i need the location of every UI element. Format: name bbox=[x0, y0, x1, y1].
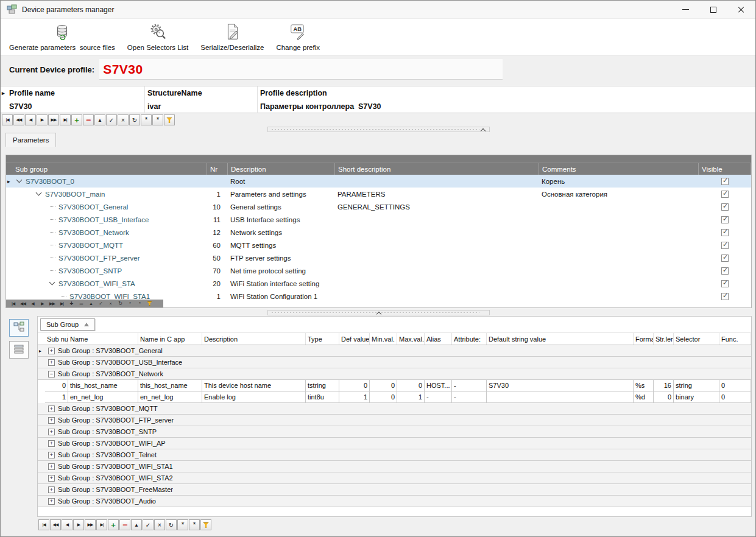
nav-post-button[interactable]: ✓ bbox=[96, 300, 105, 307]
nav-filter-button[interactable] bbox=[200, 519, 211, 530]
nav-next-button[interactable]: ▶ bbox=[38, 300, 47, 307]
column-header-profile-name[interactable]: Profile name bbox=[7, 86, 145, 100]
nav-prior-button[interactable]: ◀ bbox=[62, 519, 72, 530]
serialize-deserialize-button[interactable]: Serialize/Deserialize bbox=[194, 21, 270, 52]
collapse-group-icon[interactable]: − bbox=[48, 371, 55, 377]
tree-column-header-visible[interactable]: Visible bbox=[699, 163, 751, 175]
tree-row[interactable]: S7V30BOOT_General10General settingsGENER… bbox=[6, 200, 751, 213]
nav-insert-button[interactable]: + bbox=[71, 114, 82, 125]
horizontal-splitter-bottom[interactable] bbox=[267, 310, 490, 315]
column-header-structure-name[interactable]: StructureName bbox=[145, 86, 258, 100]
nav-next-page-button[interactable]: ▶▶ bbox=[48, 300, 57, 307]
nav-next-button[interactable]: ▶ bbox=[73, 519, 84, 530]
detail-column-header-attribute[interactable]: Attribute: bbox=[452, 333, 487, 345]
profile-grid-row[interactable]: S7V30 ivar Параметры контроллера S7V30 bbox=[1, 100, 755, 113]
open-selectors-list-button[interactable]: Open Selectors List bbox=[121, 21, 194, 52]
nav-post-button[interactable]: ✓ bbox=[106, 114, 117, 125]
expand-group-icon[interactable]: + bbox=[48, 405, 55, 412]
detail-column-header-alias[interactable]: Alias bbox=[425, 333, 452, 345]
expand-group-icon[interactable]: + bbox=[48, 348, 55, 354]
detail-column-header-default-string-value[interactable]: Default string value bbox=[487, 333, 634, 345]
group-row[interactable]: +Sub Group : S7V30BOOT_USB_Interface bbox=[38, 357, 751, 368]
nav-save-bookmark-button[interactable]: * bbox=[125, 300, 135, 307]
tree-row[interactable]: S7V30BOOT_SNTP70Net time protocol settin… bbox=[6, 264, 751, 277]
nav-next-page-button[interactable]: ▶▶ bbox=[85, 519, 96, 530]
tree-row[interactable]: S7V30BOOT_main1Parameters and settingsPA… bbox=[6, 188, 751, 200]
nav-goto-bookmark-button[interactable]: * bbox=[135, 300, 144, 307]
list-view-button[interactable] bbox=[9, 341, 29, 359]
maximize-button[interactable] bbox=[699, 1, 727, 18]
expander-collapse-icon[interactable] bbox=[16, 178, 23, 183]
detail-column-header-sub-nur[interactable]: Sub nur bbox=[45, 333, 68, 345]
change-prefix-button[interactable]: AB Change prefix bbox=[270, 21, 326, 52]
nav-last-button[interactable]: ▶| bbox=[96, 519, 107, 530]
tab-parameters[interactable]: Parameters bbox=[5, 133, 56, 147]
nav-save-bookmark-button[interactable]: * bbox=[141, 114, 152, 125]
nav-last-button[interactable]: ▶| bbox=[60, 114, 71, 125]
visible-checkbox[interactable] bbox=[721, 293, 729, 300]
nav-last-button[interactable]: ▶| bbox=[57, 300, 66, 307]
expand-group-icon[interactable]: + bbox=[48, 463, 55, 470]
tree-column-header-description[interactable]: Description bbox=[228, 163, 335, 175]
group-row[interactable]: +Sub Group : S7V30BOOT_MQTT bbox=[38, 403, 751, 415]
detail-column-header-def-value[interactable]: Def value bbox=[339, 333, 370, 345]
detail-column-header-type[interactable]: Type bbox=[306, 333, 339, 345]
tree-row[interactable]: S7V30BOOT_Network12Network settings bbox=[6, 226, 751, 239]
expand-group-icon[interactable]: + bbox=[48, 452, 55, 458]
tree-row[interactable]: S7V30BOOT_USB_Interface11USB Interface s… bbox=[6, 213, 751, 226]
horizontal-splitter-top[interactable] bbox=[267, 127, 490, 132]
detail-column-header-name[interactable]: Name bbox=[68, 333, 138, 345]
visible-checkbox[interactable] bbox=[721, 229, 729, 236]
nav-next-button[interactable]: ▶ bbox=[37, 114, 48, 125]
tree-row[interactable]: S7V30BOOT_WIFI_STA20WiFi Station interfa… bbox=[6, 277, 751, 290]
nav-cancel-button[interactable]: × bbox=[118, 114, 129, 125]
nav-edit-button[interactable]: ▲ bbox=[87, 300, 96, 307]
visible-checkbox[interactable] bbox=[721, 242, 729, 249]
nav-insert-button[interactable]: + bbox=[67, 300, 76, 307]
expand-group-icon[interactable]: + bbox=[48, 475, 55, 482]
nav-refresh-button[interactable]: ↻ bbox=[129, 114, 140, 125]
detail-column-header-min-val[interactable]: Min.val. bbox=[370, 333, 397, 345]
nav-refresh-button[interactable]: ↻ bbox=[166, 519, 177, 530]
group-row[interactable]: +Sub Group : S7V30BOOT_WIFI_STA1 bbox=[38, 461, 751, 472]
expand-group-icon[interactable]: + bbox=[48, 359, 55, 366]
nav-delete-button[interactable]: − bbox=[83, 114, 94, 125]
group-row[interactable]: −Sub Group : S7V30BOOT_Network bbox=[38, 368, 751, 380]
nav-prior-page-button[interactable]: ◀◀ bbox=[13, 114, 24, 125]
expand-group-icon[interactable]: + bbox=[48, 440, 55, 447]
detail-column-header-description[interactable]: Description bbox=[202, 333, 306, 345]
tree-column-header-nr[interactable]: Nr bbox=[207, 163, 228, 175]
group-row[interactable]: +Sub Group : S7V30BOOT_Telnet bbox=[38, 449, 751, 461]
detail-column-header-selector[interactable]: Selector bbox=[674, 333, 719, 345]
visible-checkbox[interactable] bbox=[721, 267, 729, 275]
nav-edit-button[interactable]: ▲ bbox=[94, 114, 105, 125]
nav-next-page-button[interactable]: ▶▶ bbox=[48, 114, 59, 125]
detail-column-header-format-s[interactable]: Format.s bbox=[634, 333, 654, 345]
tree-column-header-sub-group[interactable]: Sub group bbox=[12, 163, 207, 175]
group-row[interactable]: +Sub Group : S7V30BOOT_FTP_server bbox=[38, 415, 751, 426]
nav-prior-button[interactable]: ◀ bbox=[25, 114, 36, 125]
group-row[interactable]: +Sub Group : S7V30BOOT_WIFI_AP bbox=[38, 438, 751, 449]
expand-group-icon[interactable]: + bbox=[48, 429, 55, 435]
nav-save-bookmark-button[interactable]: * bbox=[177, 519, 188, 530]
group-by-chip-sub-group[interactable]: Sub Group bbox=[40, 318, 95, 331]
visible-checkbox[interactable] bbox=[721, 216, 729, 223]
nav-filter-button[interactable] bbox=[164, 114, 175, 125]
nav-prior-page-button[interactable]: ◀◀ bbox=[50, 519, 61, 530]
visible-checkbox[interactable] bbox=[721, 280, 729, 287]
tree-view-button[interactable] bbox=[9, 319, 29, 337]
group-row[interactable]: ▸+Sub Group : S7V30BOOT_General bbox=[38, 345, 751, 357]
expander-collapse-icon[interactable] bbox=[36, 191, 42, 196]
expander-collapse-icon[interactable] bbox=[49, 280, 55, 286]
visible-checkbox[interactable] bbox=[721, 254, 729, 262]
nav-cancel-button[interactable]: × bbox=[154, 519, 165, 530]
nav-goto-bookmark-button[interactable]: * bbox=[152, 114, 163, 125]
tree-row[interactable]: S7V30BOOT_MQTT60MQTT settings bbox=[6, 239, 751, 251]
tree-column-header-short-description[interactable]: Short description bbox=[335, 163, 539, 175]
nav-edit-button[interactable]: ▲ bbox=[131, 519, 142, 530]
group-row[interactable]: +Sub Group : S7V30BOOT_SNTP bbox=[38, 426, 751, 438]
nav-post-button[interactable]: ✓ bbox=[143, 519, 154, 530]
column-header-profile-description[interactable]: Profile description bbox=[258, 86, 755, 100]
nav-delete-button[interactable]: − bbox=[77, 300, 86, 307]
group-row[interactable]: +Sub Group : S7V30BOOT_Audio bbox=[38, 496, 751, 507]
